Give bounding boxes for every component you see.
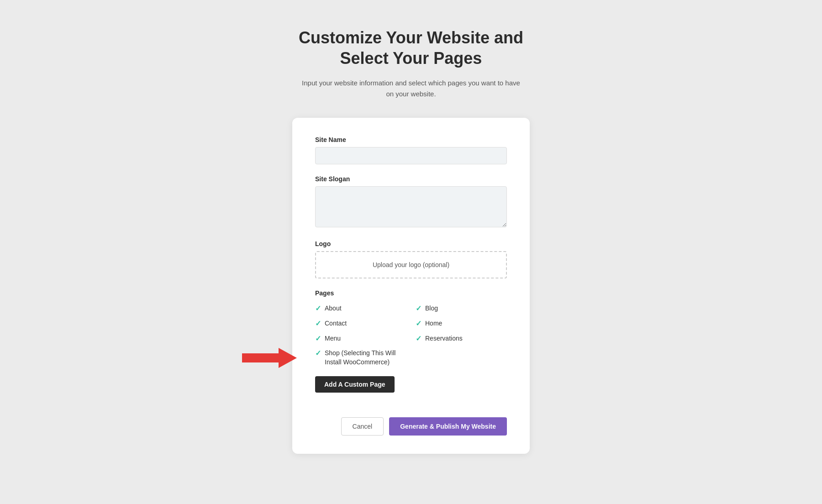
logo-label: Logo [315,240,507,247]
page-label-menu: Menu [325,334,341,343]
publish-button[interactable]: Generate & Publish My Website [389,417,507,436]
page-header: Customize Your Website and Select Your P… [299,27,523,100]
page-item-reservations[interactable]: ✓ Reservations [416,334,507,344]
logo-field-group: Logo Upload your logo (optional) [315,240,507,278]
site-name-input[interactable] [315,147,507,164]
site-name-label: Site Name [315,136,507,143]
form-actions: Cancel Generate & Publish My Website [315,417,507,436]
site-name-field-group: Site Name [315,136,507,164]
site-slogan-input[interactable] [315,186,507,227]
page-label-blog: Blog [425,304,438,313]
check-icon-blog: ✓ [416,304,422,314]
logo-upload-area[interactable]: Upload your logo (optional) [315,251,507,278]
page-item-contact[interactable]: ✓ Contact [315,319,406,329]
red-arrow-indicator [242,348,297,368]
pages-field-group: Pages ✓ About ✓ Blog ✓ Contact ✓ Home [315,289,507,406]
site-slogan-field-group: Site Slogan [315,175,507,229]
page-label-shop: Shop (Selecting This Will Install WooCom… [325,349,406,367]
pages-grid: ✓ About ✓ Blog ✓ Contact ✓ Home ✓ Menu [315,304,507,367]
page-item-menu[interactable]: ✓ Menu [315,334,406,344]
page-item-about[interactable]: ✓ About [315,304,406,314]
page-label-about: About [325,304,342,313]
check-icon-reservations: ✓ [416,334,422,344]
pages-label: Pages [315,289,507,297]
page-label-home: Home [425,319,442,328]
page-label-reservations: Reservations [425,334,463,343]
check-icon-menu: ✓ [315,334,321,344]
site-slogan-label: Site Slogan [315,175,507,183]
shop-row-wrapper: ✓ Shop (Selecting This Will Install WooC… [315,349,406,367]
check-icon-home: ✓ [416,319,422,329]
svg-marker-0 [242,348,297,368]
check-icon-contact: ✓ [315,319,321,329]
page-label-contact: Contact [325,319,347,328]
form-card: Site Name Site Slogan Logo Upload your l… [292,118,530,454]
page-subtitle: Input your website information and selec… [301,78,521,100]
check-icon-shop: ✓ [315,349,321,358]
check-icon-about: ✓ [315,304,321,314]
cancel-button[interactable]: Cancel [341,417,384,436]
page-item-shop[interactable]: ✓ Shop (Selecting This Will Install WooC… [315,349,406,367]
page-item-home[interactable]: ✓ Home [416,319,507,329]
add-custom-page-button[interactable]: Add A Custom Page [315,376,395,393]
page-item-blog[interactable]: ✓ Blog [416,304,507,314]
page-title: Customize Your Website and Select Your P… [299,27,523,68]
